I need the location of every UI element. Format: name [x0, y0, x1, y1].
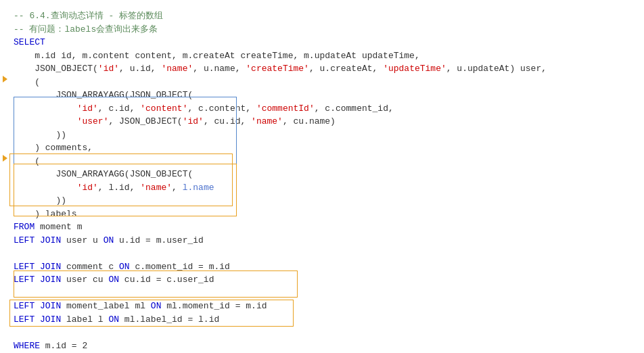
line-text-14: 'id', l.id, 'name', l.name [9, 181, 641, 195]
code-line-20: LEFT JOIN comment c ON c.moment_id = m.i… [0, 260, 644, 274]
code-line-8: 'id', c.id, 'content', c.content, 'comme… [0, 102, 644, 116]
code-line-7: JSON_ARRAYAGG(JSON_OBJECT( [0, 89, 644, 102]
code-line-26: WHERE m.id = 2 [0, 339, 644, 353]
code-line-4: m.id id, m.content content, m.createAt c… [0, 49, 644, 63]
line-text-12: ( [9, 155, 641, 168]
code-line-17: FROM moment m [0, 220, 644, 234]
code-editor: -- 6.4.查询动态详情 - 标签的数组 -- 有问题：labels会查询出来… [0, 7, 644, 353]
line-text-26: WHERE m.id = 2 [9, 339, 641, 353]
line-text-20: LEFT JOIN comment c ON c.moment_id = m.i… [9, 260, 641, 274]
line-text-5: JSON_OBJECT('id', u.id, 'name', u.name, … [9, 62, 641, 76]
gutter-arrow-12 [3, 155, 7, 162]
line-text-3: SELECT [9, 36, 641, 49]
code-line-9: 'user', JSON_OBJECT('id', cu.id, 'name',… [0, 115, 644, 128]
gutter-arrow-6 [3, 76, 7, 83]
line-text-6: ( [9, 76, 641, 89]
line-text-13: JSON_ARRAYAGG(JSON_OBJECT( [9, 168, 641, 181]
code-line-21: LEFT JOIN user cu ON cu.id = c.user_id [0, 273, 644, 287]
code-line-24: LEFT JOIN label l ON ml.label_id = l.id [0, 313, 644, 327]
code-line-empty-1 [0, 247, 644, 260]
code-line-11: ) comments, [0, 141, 644, 155]
line-text-empty-3 [9, 326, 641, 339]
code-line-14: 'id', l.id, 'name', l.name [0, 181, 644, 195]
code-line-empty-3 [0, 326, 644, 339]
line-text-4: m.id id, m.content content, m.createAt c… [9, 49, 641, 63]
line-text-8: 'id', c.id, 'content', c.content, 'comme… [9, 102, 641, 116]
line-text-empty-2 [9, 287, 641, 300]
line-text-16: ) labels [9, 208, 641, 221]
code-line-2: -- 有问题：labels会查询出来多条 [0, 23, 644, 37]
code-line-1: -- 6.4.查询动态详情 - 标签的数组 [0, 9, 644, 23]
code-line-5: JSON_OBJECT('id', u.id, 'name', u.name, … [0, 62, 644, 76]
line-text-11: ) comments, [9, 141, 641, 155]
code-line-6: ( [0, 76, 644, 89]
line-text-15: )) [9, 194, 641, 208]
line-text-18: LEFT JOIN user u ON u.id = m.user_id [9, 234, 641, 248]
code-line-23: LEFT JOIN moment_label ml ON ml.moment_i… [0, 300, 644, 313]
line-text-24: LEFT JOIN label l ON ml.label_id = l.id [9, 313, 641, 327]
line-text-1: -- 6.4.查询动态详情 - 标签的数组 [9, 9, 641, 23]
line-text-17: FROM moment m [9, 220, 641, 234]
code-line-3: SELECT [0, 36, 644, 49]
code-line-12: ( [0, 155, 644, 168]
code-line-10: )) [0, 128, 644, 142]
line-text-7: JSON_ARRAYAGG(JSON_OBJECT( [9, 89, 641, 102]
code-line-empty-2 [0, 287, 644, 300]
gutter-6 [0, 76, 9, 83]
code-line-13: JSON_ARRAYAGG(JSON_OBJECT( [0, 168, 644, 181]
line-text-10: )) [9, 128, 641, 142]
code-line-15: )) [0, 194, 644, 208]
code-line-18: LEFT JOIN user u ON u.id = m.user_id [0, 234, 644, 248]
line-text-9: 'user', JSON_OBJECT('id', cu.id, 'name',… [9, 115, 641, 128]
gutter-12 [0, 155, 9, 162]
line-text-21: LEFT JOIN user cu ON cu.id = c.user_id [9, 273, 641, 287]
line-text-23: LEFT JOIN moment_label ml ON ml.moment_i… [9, 300, 641, 313]
line-text-empty-1 [9, 247, 641, 260]
line-text-2: -- 有问题：labels会查询出来多条 [9, 23, 641, 37]
code-line-16: ) labels [0, 208, 644, 221]
